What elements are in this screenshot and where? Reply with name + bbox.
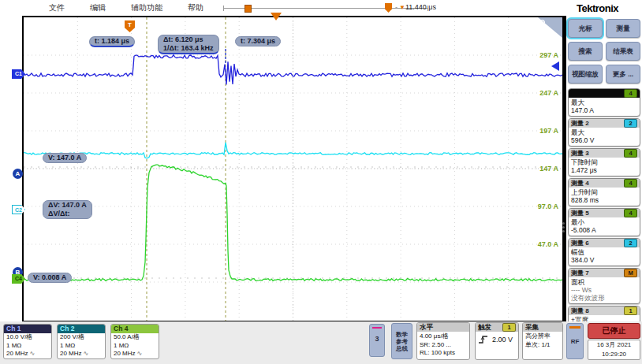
measurement-title: 测量 7	[571, 269, 589, 277]
trigger-position-readout: -▼11.440 μs	[395, 3, 436, 11]
menu-items: 文件编辑辅助功能帮助	[49, 2, 203, 13]
axis-label: 47.0 A	[527, 240, 558, 248]
panel-button[interactable]: 更多 ...	[606, 65, 640, 84]
menu-item[interactable]: 帮助	[188, 2, 203, 13]
measurement-panel[interactable]: 测量 22最大596.0 V	[568, 118, 640, 147]
rf-button[interactable]: RF	[566, 323, 584, 359]
rf-accent-bar	[569, 326, 580, 329]
measurement-title: 测量 2	[571, 119, 589, 128]
measurement-panel[interactable]: 测量 34下降时间1.472 μs	[568, 148, 640, 176]
axis-label: 297 A	[527, 51, 558, 59]
menu-item[interactable]: 编辑	[90, 2, 106, 13]
cursor-a-marker[interactable]: A	[13, 169, 23, 179]
panel-button[interactable]: 光标	[568, 19, 603, 38]
bottom-bar: 3 数学参考总线 水平 4.00 μs/格SR: 2.50 ...RL: 100…	[0, 321, 642, 364]
source-badge: M	[624, 269, 637, 277]
datetime-display: 16 3月 2021 10:29:20	[588, 340, 640, 360]
measurement-panel[interactable]: 测量 44上升时间828.8 ms	[568, 178, 640, 206]
axis-label: 247 A	[527, 89, 558, 97]
run-stop-status[interactable]: 已停止	[588, 323, 640, 339]
bandwidth-limit-icon	[28, 350, 35, 357]
menu-item[interactable]: 文件	[49, 2, 65, 13]
measurement-title: 测量 6	[571, 239, 589, 247]
trigger-position-indicator-icon[interactable]	[271, 13, 282, 20]
cursor-b-time-readout: t: 7.304 μs	[235, 36, 281, 46]
trigger-level-arrow-icon[interactable]	[551, 61, 559, 71]
cursor-a-value-readout: V: 147.0 A	[43, 153, 87, 163]
slider-handle[interactable]	[244, 5, 252, 13]
measurement-badge-list: 测量 14最大147.0 A测量 22最大596.0 V测量 34下降时间1.4…	[568, 88, 640, 336]
source-badge: 4	[624, 179, 637, 188]
measurement-panel[interactable]: 测量 14最大147.0 A	[568, 88, 640, 117]
panel-button[interactable]: 测量	[606, 19, 640, 38]
waveform-view[interactable]: 297 A247 A197 A147 A97.0 A47.0 A T t: 1.…	[22, 16, 566, 323]
measurement-title: 测量 3	[571, 149, 589, 158]
source-badge: 2	[624, 119, 637, 128]
add-math-ref-bus-button[interactable]: 数学参考总线	[391, 323, 412, 359]
oscilloscope-screen: 文件编辑辅助功能帮助 -▼11.440 μs 297 A247 A197 A14…	[0, 0, 642, 364]
axis-label: 197 A	[527, 127, 558, 135]
measurement-title: 测量 1	[571, 89, 589, 98]
measurement-title: 测量 5	[571, 209, 589, 217]
cursor-a-time-readout: t: 1.184 μs	[89, 36, 135, 47]
source-badge: 4	[624, 149, 637, 158]
trigger-settings-badge[interactable]: 触发 1 2.00 V	[475, 322, 519, 360]
panel-button[interactable]: 结果表	[606, 42, 640, 61]
channel-badge[interactable]: Ch 450.0 A/格1 MΩ20 MHz	[110, 324, 159, 359]
measurement-title: 测量 8	[571, 306, 589, 315]
math3-badge[interactable]: 3	[369, 324, 385, 357]
menu-item[interactable]: 辅助功能	[131, 2, 162, 13]
axis-label: 97.0 A	[527, 202, 558, 210]
waveform-canvas	[24, 17, 562, 321]
cursor-delta-readout: Δt: 6.120 μs1/Δt: 163.4 kHz	[158, 35, 219, 54]
cursor-delta-value-readout: ΔV: 147.0 AΔV/Δt:	[43, 200, 92, 219]
panel-button[interactable]: 视图缩放	[568, 65, 603, 84]
channel-badge[interactable]: Ch 2200 V/格1 MΩ20 MHz	[57, 324, 106, 359]
source-badge: 2	[624, 239, 637, 247]
cursor-b-value-readout: V: 0.008 A	[28, 273, 72, 283]
panel-drag-handle[interactable]	[562, 222, 565, 225]
panel-buttons: 光标测量搜索结果表视图缩放更多 ...	[568, 19, 640, 84]
axis-label: 147 A	[527, 165, 558, 173]
horizontal-settings-badge[interactable]: 水平 4.00 μs/格SR: 2.50 ...RL: 100 kpts	[416, 322, 470, 360]
measurement-panel[interactable]: 测量 54最小-5.008 A	[568, 208, 640, 236]
source-badge: 1	[624, 306, 637, 315]
trigger-source-badge: 1	[502, 323, 516, 332]
tektronix-logo: Tektronix	[577, 2, 618, 14]
panel-button[interactable]: 搜索	[568, 42, 603, 61]
trigger-flag-icon	[385, 3, 392, 13]
rising-edge-icon	[478, 335, 489, 344]
right-panel: Tektronix 光标测量搜索结果表视图缩放更多 ... 测量 14最大147…	[566, 0, 642, 364]
measurement-panel[interactable]: 测量 7M面积---- Ws没有效波形	[568, 268, 640, 304]
acquisition-settings-badge[interactable]: 采集 高分辨率单次: 1/1	[522, 322, 563, 360]
source-badge: 4	[624, 209, 637, 217]
measurement-title: 测量 4	[571, 179, 589, 188]
measurement-panel[interactable]: 测量 62幅值384.0 V	[568, 238, 640, 266]
channel-badge[interactable]: Ch 110.0 V/格1 MΩ20 MHz	[3, 324, 52, 359]
triangle-down-icon: ▼	[399, 4, 405, 11]
bandwidth-limit-icon	[82, 350, 89, 357]
source-badge: 4	[624, 89, 637, 98]
menu-bar: 文件编辑辅助功能帮助 -▼11.440 μs	[0, 0, 563, 15]
bandwidth-limit-icon	[136, 350, 143, 357]
math-accent-bar	[372, 327, 382, 329]
